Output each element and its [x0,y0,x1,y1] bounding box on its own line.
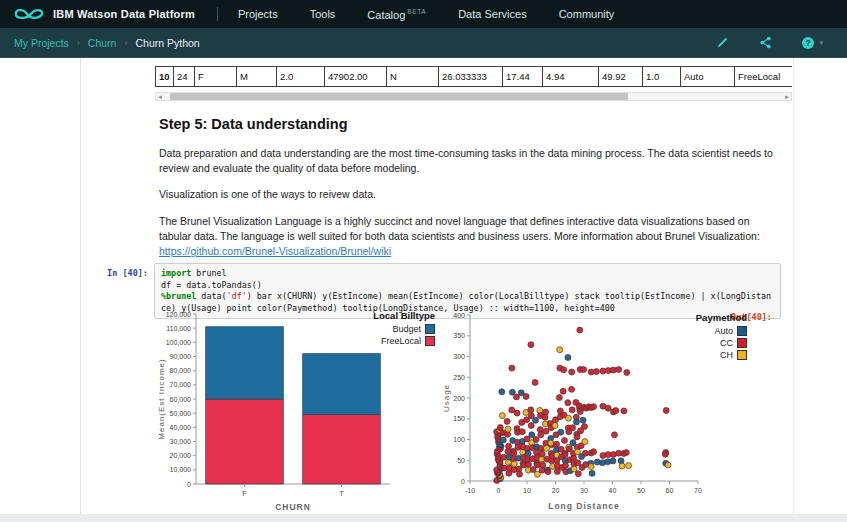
scroll-right-arrow-icon[interactable]: ▸ [783,93,791,100]
help-icon[interactable]: ? [800,35,816,51]
nav-item-catalog[interactable]: CatalogBETA [367,8,426,21]
scatter-point [509,365,515,371]
breadcrumb-my-projects[interactable]: My Projects [14,37,69,49]
scatter-point [623,450,629,456]
code-line: import brunel [161,268,774,280]
breadcrumb-bar: My Projects › Churn › Churn Python [0,28,847,58]
scatter-point [560,388,566,394]
svg-text:50: 50 [637,487,645,494]
table-cell: 2.0 [277,67,325,87]
table-cell: FreeLocal [735,67,793,87]
scatter-point [543,409,549,415]
svg-text:70: 70 [694,487,702,494]
brand[interactable]: IBM Watson Data Platform [13,5,195,23]
legend-item-freelocal[interactable]: FreeLocal [343,336,435,346]
share-icon[interactable] [757,35,773,51]
scatter-point [538,432,544,438]
legend-swatch [737,326,747,336]
scatter-point [569,369,575,375]
scatter-point [500,437,506,443]
scatter-point [504,418,510,424]
scatter-point [616,367,622,373]
svg-text:30: 30 [580,487,588,494]
nav-item-tools[interactable]: Tools [310,8,336,20]
scatter-point [593,369,599,375]
table-cell: N [387,67,439,87]
watson-data-platform-app: IBM Watson Data Platform ProjectsToolsCa… [0,0,847,522]
scatter-point [511,450,517,456]
scatter-point [626,463,632,469]
scatter-point [554,441,560,447]
scroll-left-arrow-icon[interactable]: ◂ [156,93,164,100]
legend-item-auto[interactable]: Auto [673,326,747,336]
horizontal-scrollbar[interactable]: ◂ ▸ [155,92,792,101]
scatter-point [624,370,630,376]
input-prompt: In [40]: [80,268,148,278]
svg-text:50,000: 50,000 [170,410,192,417]
main-navigation: ProjectsToolsCatalogBETAData ServicesCom… [238,8,614,21]
legend-swatch [425,324,435,334]
table-cell: 4.94 [543,67,599,87]
svg-text:60: 60 [666,487,674,494]
scatter-point [516,471,522,477]
bottom-strip [0,514,847,522]
svg-text:300: 300 [453,353,465,360]
scatter-point [575,471,581,477]
svg-text:Mean(Est Income): Mean(Est Income) [157,358,166,439]
svg-text:200: 200 [453,395,465,402]
bar-segment-T-Budget [303,354,381,415]
nav-item-community[interactable]: Community [559,8,615,20]
scatter-point [574,434,580,440]
svg-text:70,000: 70,000 [170,381,192,388]
scrollbar-track[interactable] [164,93,783,100]
edit-pencil-icon[interactable] [714,35,730,51]
help-menu[interactable]: ? ▾ [800,35,823,51]
breadcrumb-separator: › [77,38,80,48]
legend-label: Auto [714,326,733,336]
table-cell: Auto [681,67,735,87]
svg-text:20,000: 20,000 [170,452,192,459]
scrollbar-thumb[interactable] [170,93,628,100]
legend-item-cc[interactable]: CC [673,338,747,348]
scatter-point [581,424,587,430]
scatter-point [582,439,588,445]
table-cell: F [195,67,237,87]
nav-item-data-services[interactable]: Data Services [458,8,526,20]
scatter-chart[interactable]: 050100150200250300350400-100102030405060… [440,308,712,514]
svg-text:-10: -10 [465,487,475,494]
scatter-point [545,469,551,475]
navbar-divider [217,7,218,21]
legend-title: Paymethod [673,312,747,323]
scatter-point [570,425,576,431]
svg-text:100,000: 100,000 [166,339,191,346]
scatter-point [663,407,669,413]
scatter-point [582,450,588,456]
scatter-point [506,443,512,449]
legend-item-ch[interactable]: CH [673,350,747,360]
svg-text:150: 150 [453,415,465,422]
scatter-point [533,437,539,443]
brunel-wiki-link[interactable]: https://github.com/Brunel-Visualization/… [159,245,391,257]
brand-title: IBM Watson Data Platform [53,8,195,20]
svg-text:90,000: 90,000 [170,353,192,360]
legend-item-budget[interactable]: Budget [343,324,435,334]
scatter-point [588,464,594,470]
scatter-point [577,327,583,333]
svg-text:T: T [339,489,344,498]
chevron-down-icon: ▾ [819,39,823,47]
scatter-point [543,445,549,451]
svg-text:10: 10 [523,487,531,494]
svg-text:10,000: 10,000 [170,466,192,473]
scatter-chart-legend: PaymethodAutoCCCH [673,312,747,362]
notebook-content: 1024FM2.047902.00N26.03333317.444.9449.9… [80,58,793,514]
legend-swatch [737,338,747,348]
step5-heading: Step 5: Data understanding [159,116,777,132]
beta-badge: BETA [407,8,426,15]
scatter-point [565,400,571,406]
scatter-point [525,461,531,467]
scatter-point [543,428,549,434]
table-cell: 1.0 [643,67,681,87]
breadcrumb-churn[interactable]: Churn [88,37,117,49]
nav-item-projects[interactable]: Projects [238,8,278,20]
svg-text:40,000: 40,000 [170,424,192,431]
